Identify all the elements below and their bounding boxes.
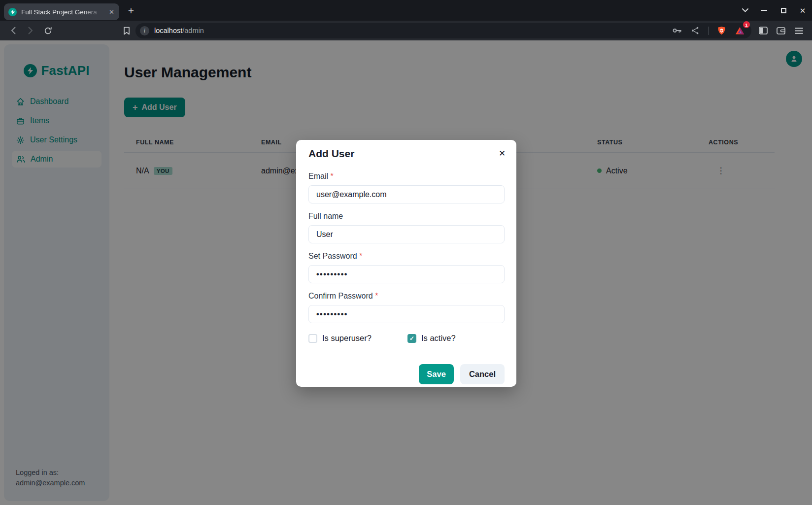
reload-button[interactable] — [41, 24, 55, 37]
fastapi-favicon-icon — [8, 8, 17, 16]
toolbar-divider — [708, 27, 709, 35]
full-name-label: Full name — [308, 212, 505, 221]
tab-search-chevron-icon[interactable] — [739, 4, 751, 17]
url-text: localhost/admin — [154, 27, 670, 34]
modal-actions: Save Cancel — [308, 364, 505, 384]
url-host: localhost — [154, 27, 182, 34]
toolbar-right — [756, 24, 806, 37]
wallet-icon[interactable] — [774, 24, 788, 37]
browser-toolbar: i localhost/admin — [0, 21, 812, 40]
web-page: FastAPI Dashboard Items — [0, 40, 812, 505]
required-asterisk: * — [330, 172, 333, 180]
is-superuser-label: Is superuser? — [322, 334, 372, 343]
full-name-field-group: Full name — [308, 212, 505, 243]
required-asterisk: * — [375, 292, 378, 300]
window-controls: ✕ — [739, 0, 809, 21]
email-field[interactable] — [308, 185, 505, 203]
confirm-password-field-group: Confirm Password * — [308, 292, 505, 323]
full-name-field[interactable] — [308, 225, 505, 243]
email-field-group: Email * — [308, 172, 505, 203]
window-minimize-button[interactable] — [758, 4, 771, 17]
is-active-label: Is active? — [421, 334, 456, 343]
set-password-field[interactable] — [308, 265, 505, 283]
set-password-field-group: Set Password * — [308, 252, 505, 283]
site-info-icon[interactable]: i — [140, 26, 149, 35]
cancel-button[interactable]: Cancel — [460, 364, 505, 384]
nav-buttons — [6, 24, 55, 37]
bookmark-icon[interactable] — [120, 24, 134, 37]
urlbar-actions: 1 — [670, 24, 746, 37]
new-tab-button[interactable]: + — [124, 4, 138, 18]
brave-shields-icon[interactable] — [714, 24, 728, 37]
check-icon: ✓ — [409, 335, 414, 342]
checkbox-row: Is superuser? ✓ Is active? — [308, 334, 505, 343]
add-user-modal: Add User ✕ Email * Full name Set Passwor… — [296, 140, 516, 387]
tab-close-icon[interactable]: ✕ — [109, 9, 114, 15]
share-icon[interactable] — [688, 24, 702, 37]
sidebar-toggle-icon[interactable] — [756, 24, 770, 37]
modal-close-icon[interactable]: ✕ — [495, 146, 509, 160]
is-active-option[interactable]: ✓ Is active? — [407, 334, 456, 343]
browser-tab[interactable]: Full Stack Project Genera ✕ — [4, 3, 119, 20]
back-button[interactable] — [6, 24, 20, 37]
tab-title: Full Stack Project Genera — [21, 8, 106, 16]
is-active-checkbox[interactable]: ✓ — [407, 334, 416, 343]
confirm-password-label: Confirm Password * — [308, 292, 505, 301]
save-button[interactable]: Save — [419, 364, 454, 384]
window-maximize-button[interactable] — [777, 4, 790, 17]
tab-strip: Full Stack Project Genera ✕ + ✕ — [0, 0, 812, 21]
rewards-badge: 1 — [743, 21, 750, 28]
url-path: /admin — [182, 27, 204, 34]
modal-title: Add User — [308, 148, 505, 160]
browser-chrome: Full Stack Project Genera ✕ + ✕ — [0, 0, 812, 40]
menu-hamburger-icon[interactable] — [792, 24, 806, 37]
required-asterisk: * — [359, 252, 362, 260]
email-label: Email * — [308, 172, 505, 181]
forward-button[interactable] — [24, 24, 37, 37]
brave-rewards-icon[interactable]: 1 — [733, 24, 746, 37]
is-superuser-option[interactable]: Is superuser? — [308, 334, 407, 343]
url-bar[interactable]: i localhost/admin — [135, 23, 751, 38]
window-close-button[interactable]: ✕ — [796, 4, 809, 17]
password-key-icon[interactable] — [670, 24, 684, 37]
is-superuser-checkbox[interactable] — [308, 334, 317, 343]
screen: Full Stack Project Genera ✕ + ✕ — [0, 0, 812, 505]
confirm-password-field[interactable] — [308, 305, 505, 323]
set-password-label: Set Password * — [308, 252, 505, 261]
